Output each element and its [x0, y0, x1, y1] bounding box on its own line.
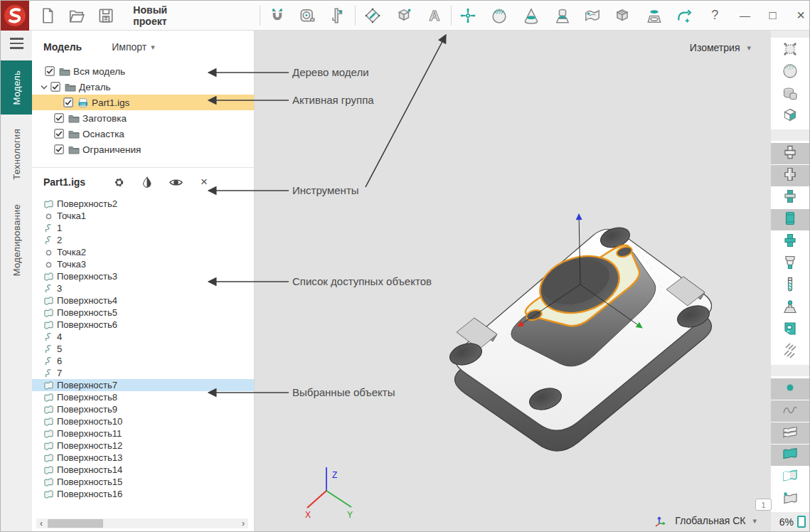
curve-redirect-icon[interactable]: [674, 5, 694, 26]
shading-droplet-icon[interactable]: [133, 173, 161, 191]
object-list-item[interactable]: Поверхность7: [32, 379, 254, 391]
object-list-item[interactable]: Поверхность9: [32, 403, 254, 415]
text-label-icon[interactable]: A: [425, 5, 444, 26]
measure-tape-icon[interactable]: [297, 5, 317, 26]
minimize-icon[interactable]: —: [735, 5, 755, 26]
move-transform-icon[interactable]: [458, 5, 478, 26]
object-list-item[interactable]: Поверхность16: [32, 488, 254, 500]
object-list-item[interactable]: 7: [32, 367, 254, 379]
view-orientation-dropdown[interactable]: Изометрия ▾: [690, 42, 751, 53]
object-list-item[interactable]: Поверхность2: [32, 198, 254, 210]
object-list-item[interactable]: Поверхность10: [32, 415, 254, 427]
object-list-item[interactable]: 3: [32, 282, 254, 294]
snap-magnet-icon[interactable]: [267, 5, 287, 26]
solid-view-button[interactable]: [771, 84, 809, 105]
tree-row[interactable]: Вся модель: [32, 63, 254, 79]
scrollbar-track[interactable]: [46, 518, 238, 528]
scrollbar-thumb[interactable]: [48, 519, 103, 528]
object-item-label: 6: [57, 356, 62, 366]
filter-points-icon: [782, 379, 799, 399]
checkbox[interactable]: [54, 113, 64, 123]
show-part-button[interactable]: [771, 187, 809, 208]
object-list-item[interactable]: Поверхность6: [32, 319, 254, 331]
checkbox[interactable]: [54, 144, 64, 154]
filter-surfaces-button[interactable]: [771, 445, 809, 466]
visibility-eye-icon[interactable]: [161, 173, 190, 191]
checkbox[interactable]: [54, 129, 64, 139]
tree-row[interactable]: Деталь: [32, 79, 254, 95]
checkbox[interactable]: [45, 66, 55, 76]
close-icon[interactable]: ×: [791, 5, 810, 26]
show-machine-button[interactable]: [771, 319, 809, 341]
horizontal-scrollbar[interactable]: ‹ ›: [36, 518, 248, 528]
object-list-item[interactable]: Поверхность4: [32, 294, 254, 307]
surface-wave-icon[interactable]: [582, 5, 602, 26]
tree-row[interactable]: Заготовка: [32, 110, 254, 126]
cone-section-icon[interactable]: [521, 5, 540, 26]
scroll-left-icon[interactable]: ‹: [36, 518, 46, 528]
filter-curves-button[interactable]: [771, 400, 809, 422]
sketch-icon[interactable]: [363, 5, 383, 26]
show-stock-button[interactable]: [771, 231, 809, 252]
show-tool-button[interactable]: [771, 275, 809, 297]
maximize-icon[interactable]: □: [763, 5, 783, 26]
object-list-item[interactable]: Поверхность5: [32, 307, 254, 319]
object-list-item[interactable]: Точка3: [32, 258, 254, 270]
checkbox[interactable]: [50, 82, 60, 92]
show-result-button[interactable]: [771, 253, 809, 275]
object-list-item[interactable]: Поверхность8: [32, 391, 254, 403]
scroll-right-icon[interactable]: ›: [238, 518, 248, 528]
expander-chevron-icon[interactable]: [39, 85, 49, 90]
object-list-item[interactable]: 2: [32, 234, 254, 246]
shaded-view-button[interactable]: [771, 62, 809, 83]
fit-view-button[interactable]: [771, 40, 809, 61]
filter-flagged-surfaces-button[interactable]: [771, 489, 809, 510]
new-project-icon[interactable]: [38, 5, 58, 26]
orientation-cube-button[interactable]: [771, 106, 809, 127]
object-list-item[interactable]: Поверхность3: [32, 270, 254, 282]
filter-points-button[interactable]: [771, 378, 809, 400]
object-list-item[interactable]: Поверхность14: [32, 464, 254, 476]
show-fixture-button[interactable]: [771, 209, 809, 230]
sidebar-tab-0[interactable]: Модель: [1, 60, 32, 115]
main-menu-button[interactable]: [1, 31, 32, 56]
tree-row[interactable]: Ограничения: [32, 142, 254, 157]
show-toolpath-button[interactable]: [771, 341, 809, 363]
stock-box-icon[interactable]: [612, 5, 632, 26]
object-list-item[interactable]: 6: [32, 355, 254, 367]
object-list-item[interactable]: 4: [32, 331, 254, 343]
deselect-close-icon[interactable]: ×: [190, 173, 218, 191]
show-workpiece-shaded-button[interactable]: [771, 165, 809, 186]
sidebar-tab-1[interactable]: Технология: [1, 119, 32, 190]
tree-row[interactable]: Оснастка: [32, 126, 254, 142]
open-project-icon[interactable]: [67, 5, 87, 26]
help-button[interactable]: ?: [705, 5, 725, 26]
caliper-icon[interactable]: [327, 5, 347, 26]
tree-row[interactable]: IGSPart1.igs: [32, 95, 254, 110]
object-list-item[interactable]: 5: [32, 343, 254, 355]
mesh-sphere-icon[interactable]: [489, 5, 509, 26]
checkbox[interactable]: [63, 97, 73, 107]
coordinate-system-selector[interactable]: Глобальная СК ▾: [654, 514, 757, 527]
object-list-item[interactable]: Поверхность12: [32, 440, 254, 452]
right-toolbar-group-1: [771, 141, 809, 365]
toolbar-divider: [260, 6, 260, 26]
settings-gear-icon[interactable]: [105, 173, 133, 191]
object-list-item[interactable]: Поверхность15: [32, 476, 254, 488]
sidebar-tab-2[interactable]: Моделирование: [1, 194, 32, 286]
object-list-item[interactable]: Поверхность13: [32, 452, 254, 464]
show-workpiece-wireframe-button[interactable]: [771, 143, 809, 164]
show-holder-button[interactable]: [771, 297, 809, 319]
stock-contour-icon[interactable]: [644, 5, 664, 26]
save-project-icon[interactable]: [96, 5, 116, 26]
filter-meshes-button[interactable]: [771, 422, 809, 444]
import-dropdown[interactable]: Импорт ▾: [112, 41, 154, 53]
object-list-item[interactable]: Поверхность11: [32, 427, 254, 440]
filter-untrimmed-surfaces-button[interactable]: [771, 467, 809, 488]
rotate-body-icon[interactable]: [553, 5, 572, 26]
solid-cube-icon[interactable]: [393, 5, 413, 26]
object-list-item[interactable]: Точка2: [32, 246, 254, 258]
object-list-item[interactable]: 1: [32, 222, 254, 234]
app-logo[interactable]: [1, 1, 29, 31]
object-list-item[interactable]: Точка1: [32, 210, 254, 222]
